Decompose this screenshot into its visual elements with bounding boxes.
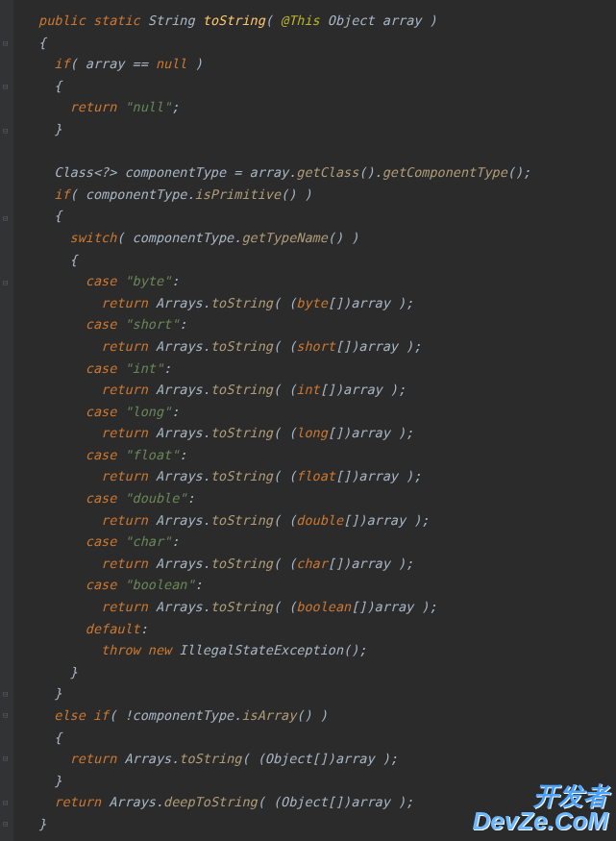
fold-marker-icon[interactable]: ⊟ [3, 820, 12, 829]
method-call: toString [179, 751, 241, 766]
method-call: deepToString [163, 794, 258, 809]
type: Arrays [156, 425, 203, 440]
keyword: case [86, 490, 117, 506]
method-name: toString [203, 12, 265, 28]
cast-type: int [296, 382, 319, 397]
fold-marker-icon[interactable]: ⊟ [3, 799, 12, 807]
method-call: toString [210, 425, 273, 440]
method-call: getTypeName [241, 230, 327, 245]
keyword: return [101, 599, 148, 614]
type: Object [328, 12, 375, 28]
identifier: array [351, 794, 390, 809]
keyword: public [38, 12, 86, 28]
fold-marker-icon[interactable]: ⊟ [3, 690, 12, 699]
method-call: toString [210, 599, 273, 614]
cast-type: char [296, 556, 328, 571]
type: Arrays [156, 468, 203, 483]
fold-marker-icon[interactable]: ⊟ [3, 83, 12, 91]
keyword: if [54, 56, 69, 71]
keyword: if [54, 186, 69, 202]
string: "int" [124, 360, 163, 376]
cast-type: boolean [296, 599, 351, 614]
keyword: switch [70, 230, 117, 245]
string: "double" [124, 490, 186, 506]
fold-marker-icon[interactable]: ⊟ [3, 39, 12, 48]
type: IllegalStateException [179, 642, 343, 657]
keyword: return [101, 338, 148, 354]
method-call: isPrimitive [195, 186, 281, 202]
gutter: ⊟ ⊟ ⊟ ⊟ ⊟ ⊟ ⊟ ⊟ ⊟ ⊟ [0, 0, 13, 841]
fold-marker-icon[interactable]: ⊟ [3, 127, 12, 136]
fold-marker-icon[interactable]: ⊟ [3, 754, 12, 763]
cast-type: long [296, 425, 328, 440]
method-call: getClass [296, 164, 358, 180]
code-content[interactable]: public static String toString( @This Obj… [13, 0, 530, 841]
keyword: null [156, 56, 187, 71]
string: "long" [124, 404, 171, 419]
type: Arrays [156, 338, 203, 354]
cast-type: Object [281, 794, 328, 809]
string: "null" [124, 99, 171, 114]
keyword: return [70, 99, 117, 114]
method-call: toString [210, 556, 273, 571]
identifier: array [343, 382, 382, 397]
method-call: toString [210, 468, 273, 483]
keyword: case [86, 577, 117, 592]
keyword: case [86, 316, 117, 332]
keyword: else if [54, 707, 109, 723]
string: "float" [124, 447, 179, 462]
identifier: componentType [124, 164, 226, 180]
identifier: array [358, 338, 398, 354]
fold-marker-icon[interactable]: ⊟ [3, 711, 12, 720]
identifier: array [250, 164, 289, 180]
fold-marker-icon[interactable]: ⊟ [3, 279, 12, 287]
identifier: array [358, 468, 398, 483]
identifier: componentType [86, 186, 187, 202]
cast-type: short [296, 338, 335, 354]
method-call: toString [210, 382, 273, 397]
keyword: throw [101, 642, 140, 657]
identifier: array [351, 556, 390, 571]
keyword: return [101, 512, 148, 528]
keyword: return [54, 794, 101, 809]
keyword: static [93, 12, 140, 28]
type: Arrays [124, 751, 171, 766]
method-call: getComponentType [382, 164, 507, 180]
keyword: return [70, 751, 117, 766]
type: Class [54, 164, 93, 180]
identifier: componentType [133, 230, 234, 245]
cast-type: double [296, 512, 343, 528]
type: Arrays [156, 512, 203, 528]
type: String [148, 12, 195, 28]
keyword: return [101, 556, 148, 571]
keyword: return [101, 468, 148, 483]
identifier: array [375, 599, 414, 614]
identifier: array [351, 425, 390, 440]
method-call: toString [210, 295, 273, 310]
keyword: case [86, 273, 117, 288]
keyword: return [101, 382, 148, 397]
type: Arrays [156, 382, 203, 397]
keyword: new [148, 642, 171, 657]
type: Arrays [109, 794, 156, 809]
annotation: @This [281, 12, 320, 28]
code-editor[interactable]: ⊟ ⊟ ⊟ ⊟ ⊟ ⊟ ⊟ ⊟ ⊟ ⊟ public static String… [0, 0, 616, 841]
identifier: array [351, 295, 390, 310]
identifier: array [335, 751, 375, 766]
type: Arrays [156, 295, 203, 310]
type: Arrays [156, 556, 203, 571]
keyword: case [86, 360, 117, 376]
keyword: case [86, 447, 117, 462]
keyword: return [101, 295, 148, 310]
keyword: case [86, 404, 117, 419]
keyword: case [86, 533, 117, 549]
method-call: toString [210, 338, 273, 354]
cast-type: Object [265, 751, 312, 766]
keyword: default [86, 621, 140, 636]
param: array [382, 12, 422, 28]
cast-type: byte [296, 295, 328, 310]
fold-marker-icon[interactable]: ⊟ [3, 214, 12, 223]
identifier: array [86, 56, 125, 71]
method-call: isArray [241, 707, 296, 723]
keyword: return [101, 425, 148, 440]
